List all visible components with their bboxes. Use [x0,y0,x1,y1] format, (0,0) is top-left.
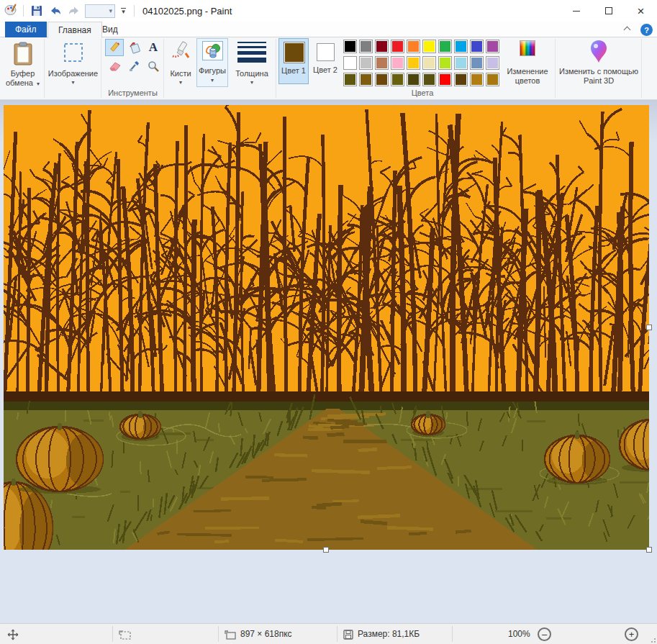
edit-colors-button[interactable]: Изменение цветов [502,37,553,99]
close-button[interactable]: × [625,0,657,22]
palette-swatch[interactable] [407,40,420,53]
qat-customize-button[interactable]: ▾ [118,4,129,18]
file-size-icon [343,630,353,642]
palette-swatch[interactable] [454,73,468,86]
resize-grip[interactable] [648,635,656,643]
palette-swatch[interactable] [391,40,404,53]
tab-home[interactable]: Главная [47,22,102,38]
minimize-button[interactable] [560,0,592,22]
palette-swatch[interactable] [343,40,357,53]
edit-colors-label: Изменение цветов [502,67,553,86]
group-divider [641,39,642,98]
palette-swatch[interactable] [359,40,373,53]
line-thickness-icon [237,42,266,63]
status-bar: 897 × 618пкс Размер: 81,1КБ 100% – + [0,623,657,644]
palette-swatch[interactable] [438,56,452,70]
size-label: Толщина [230,69,274,78]
palette-swatch[interactable] [438,73,452,86]
palette-swatch[interactable] [359,73,373,86]
zoom-level-value: 100% [508,629,530,639]
color2-button[interactable]: Цвет 2 [311,38,340,84]
size-button[interactable]: Толщина ▾ [230,37,274,99]
palette-swatch[interactable] [375,56,389,70]
paint3d-button[interactable]: Изменить с помощью Paint 3D [558,37,639,99]
select-icon [63,42,84,63]
color2-label: Цвет 2 [311,65,340,74]
color1-button[interactable]: Цвет 1 [278,38,309,84]
workspace [0,100,657,623]
palette-swatch[interactable] [422,40,436,53]
dropdown-arrow-icon: ▾ [166,79,196,86]
image-group[interactable]: Изображение ▾ [45,37,101,99]
redo-button[interactable] [66,3,82,19]
paint3d-label: Изменить с помощью Paint 3D [558,67,639,86]
pencil-icon [108,41,121,54]
palette-swatch[interactable] [438,40,452,53]
tab-file[interactable]: Файл [5,22,47,37]
dropdown-arrow-icon: ▾ [197,77,227,83]
palette-swatch[interactable] [391,73,404,86]
paint3d-icon [588,39,610,65]
canvas-resize-handle-corner[interactable] [646,547,652,553]
palette-swatch[interactable] [391,56,404,70]
color1-label: Цвет 1 [279,66,308,75]
eraser-tool-button[interactable] [105,58,124,75]
palette-swatch[interactable] [470,56,484,70]
undo-button[interactable] [47,3,63,19]
palette-swatch[interactable] [343,73,357,86]
palette-swatch[interactable] [486,56,499,70]
help-button[interactable]: ? [640,24,653,36]
pencil-tool-button[interactable] [105,39,124,56]
dropdown-arrow-icon: ▾ [37,79,40,89]
file-size-value: Размер: 81,1КБ [358,629,420,639]
palette-swatch[interactable] [375,73,389,86]
palette-swatch[interactable] [486,73,499,86]
image-size-value: 897 × 618пкс [240,629,292,639]
palette-swatch[interactable] [407,56,420,70]
palette-swatch[interactable] [454,56,468,70]
palette-swatch[interactable] [375,40,389,53]
divider [452,626,453,642]
qat-dropdown[interactable]: ▾ [85,4,115,18]
palette-swatch[interactable] [470,40,484,53]
fill-bucket-icon [127,41,142,54]
palette-swatch[interactable] [470,73,484,86]
group-divider [101,39,101,98]
color-palette [343,40,499,86]
fill-tool-button[interactable] [125,39,144,56]
canvas[interactable] [4,105,649,550]
palette-swatch[interactable] [486,40,499,53]
text-tool-button[interactable]: A [144,39,163,56]
close-icon: × [638,5,645,17]
palette-swatch[interactable] [422,56,436,70]
chevron-down-icon: ▾ [109,7,112,14]
text-tool-icon: A [149,40,158,55]
selection-size-icon [119,630,131,642]
colors-group-label: Цвета [343,89,502,97]
ribbon: Буфер обмена ▾ Изображение ▾ [0,37,657,100]
paint-logo-icon [4,3,18,19]
maximize-button[interactable] [592,0,625,22]
collapse-ribbon-button[interactable] [622,25,631,34]
zoom-out-button[interactable]: – [538,627,551,641]
brushes-button[interactable]: Кисти ▾ [166,37,196,99]
clipboard-group[interactable]: Буфер обмена ▾ [2,37,43,99]
palette-swatch[interactable] [359,56,373,70]
color-picker-tool-button[interactable] [125,58,144,75]
magnifier-tool-button[interactable] [144,58,163,75]
save-button[interactable] [29,3,45,19]
group-divider [44,39,45,98]
ribbon-tab-strip: Файл Главная Вид ? [0,22,657,37]
zoom-in-button[interactable]: + [625,627,638,641]
divider [218,626,219,642]
palette-swatch[interactable] [407,73,420,86]
palette-swatch[interactable] [422,73,436,86]
palette-swatch[interactable] [454,40,468,53]
magnifier-icon [148,60,159,72]
canvas-resize-handle-bottom[interactable] [323,547,329,553]
shapes-button[interactable]: Фигуры ▾ [196,38,228,87]
window-title: 04102025.png - Paint [142,6,232,17]
tools-group-label: Инструменты [102,89,163,97]
canvas-resize-handle-right[interactable] [646,325,652,330]
palette-swatch[interactable] [343,56,357,70]
